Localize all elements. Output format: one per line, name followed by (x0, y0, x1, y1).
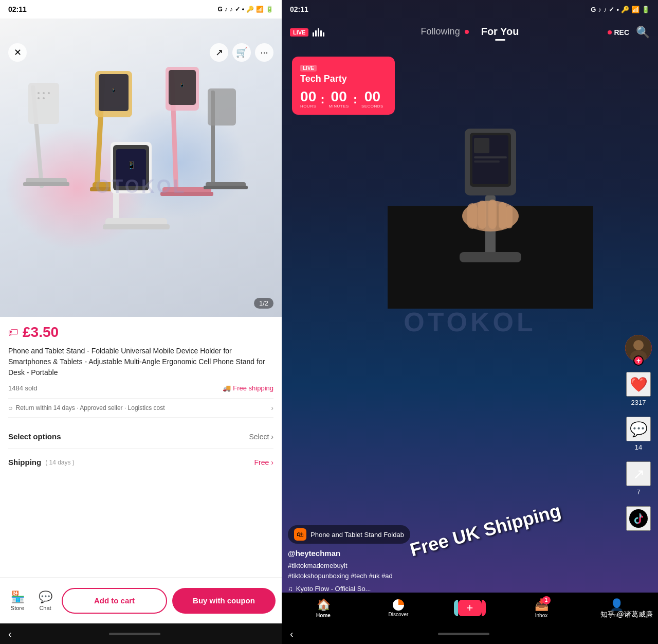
return-text: Return within 14 days · Approved seller … (15, 404, 164, 412)
check-r: ✓ (609, 6, 614, 13)
share-button[interactable]: ↗ (210, 43, 228, 62)
home-icon: 🏠 (317, 598, 331, 612)
status-bar-left: 02:11 G ♪ ♪ ✓ • 🔑 📶 🔋 (0, 0, 282, 19)
return-chevron: › (271, 404, 273, 412)
nav-discover[interactable]: Discover (383, 599, 414, 617)
shipping-icon: 🚚 (223, 384, 231, 392)
live-event-card[interactable]: LIVE Tech Party 00 HOURS : 00 MINUTES : … (292, 57, 395, 115)
svg-rect-25 (204, 186, 248, 189)
dot-icon: • (242, 6, 244, 13)
share-button-right[interactable]: ↗ (626, 461, 651, 486)
svg-rect-42 (460, 252, 521, 262)
dot-r: • (616, 6, 619, 13)
share-button-group: ↗ 7 (626, 461, 651, 496)
like-button[interactable]: ❤️ (626, 372, 651, 397)
follow-plus-button[interactable]: + (633, 355, 644, 366)
g-icon-right: G (591, 6, 596, 13)
tiktok-icon-2: ♪ (230, 6, 233, 13)
product-info: 🏷 £3.50 Phone and Tablet Stand - Foldabl… (0, 317, 282, 577)
product-header: ✕ ↗ 🛒 ··· (0, 37, 282, 68)
nav-tabs: Following For You (421, 26, 519, 40)
hashtags[interactable]: #tiktokmademebuyit #tiktokshopunboxing #… (288, 561, 617, 581)
add-content-button[interactable]: + (458, 600, 482, 616)
countdown-seconds: 00 SECONDS (361, 90, 383, 109)
right-actions: + ❤️ 2317 💬 14 ↗ 7 (625, 335, 652, 531)
shipping-free-value: Free › (254, 458, 273, 467)
product-pill[interactable]: 🛍 Phone and Tablet Stand Foldab (288, 525, 410, 544)
shipping-label-group: Shipping ( 14 days ) (8, 458, 75, 467)
discover-icon (393, 599, 404, 611)
buy-with-coupon-button[interactable]: Buy with coupon (172, 588, 276, 614)
search-button[interactable]: 🔍 (636, 26, 650, 39)
free-shipping-badge: 🚚 Free shipping (223, 384, 273, 392)
sold-count: 1484 sold (8, 384, 37, 392)
product-pill-icon: 🛍 (294, 528, 306, 541)
comment-button[interactable]: 💬 (626, 417, 651, 441)
sold-shipping-row: 1484 sold 🚚 Free shipping (8, 384, 273, 392)
svg-rect-38 (474, 138, 489, 153)
like-button-group: ❤️ 2317 (626, 372, 651, 406)
svg-point-10 (43, 97, 45, 99)
time-left: 02:11 (8, 5, 27, 13)
svg-point-50 (633, 340, 644, 350)
system-bar-right: ‹ (282, 623, 658, 644)
video-svg (388, 51, 593, 309)
add-to-cart-button[interactable]: Add to cart (62, 588, 167, 614)
cart-button[interactable]: 🛒 (232, 43, 251, 62)
like-count: 2317 (631, 399, 646, 406)
product-pill-text: Phone and Tablet Stand Foldab (310, 531, 404, 539)
svg-point-52 (629, 509, 648, 528)
rec-badge: REC (608, 28, 629, 37)
return-row[interactable]: ○ Return within 14 days · Approved selle… (8, 398, 273, 418)
shipping-chevron: › (271, 458, 273, 467)
status-icons-left: G ♪ ♪ ✓ • 🔑 📶 🔋 (217, 6, 273, 13)
select-button[interactable]: Select › (249, 433, 273, 441)
back-button-left[interactable]: ‹ (8, 628, 12, 640)
svg-point-7 (43, 92, 45, 94)
image-counter: 1/2 (254, 298, 273, 309)
back-button-right[interactable]: ‹ (290, 628, 294, 640)
svg-rect-5 (28, 83, 59, 124)
svg-rect-40 (474, 160, 500, 163)
store-button[interactable]: 🏪 Store (6, 591, 29, 611)
nav-inbox[interactable]: 📥 1 Inbox (526, 598, 557, 618)
zhihu-watermark: 知乎 @诸葛威廉 (595, 608, 658, 621)
inbox-icon-container: 📥 1 (535, 598, 549, 612)
tab-for-you[interactable]: For You (481, 26, 519, 40)
live-small-badge: LIVE (300, 65, 317, 71)
countdown-hours: 00 HOURS (300, 90, 316, 109)
watermark-left: OTOKOL (95, 176, 186, 198)
status-icons-right: G ♪ ♪ ✓ • 🔑 📶 🔋 (591, 6, 650, 13)
product-image-container: ✕ ↗ 🛒 ··· (0, 19, 282, 317)
username[interactable]: @heytechman (288, 549, 617, 558)
chat-button[interactable]: 💬 Chat (34, 591, 57, 611)
header-icons-right: ↗ 🛒 ··· (210, 43, 273, 62)
svg-text:📱: 📱 (127, 161, 136, 170)
select-options-row: Select options Select › (8, 425, 273, 449)
svg-text:📱: 📱 (111, 87, 116, 93)
watermark-right: OTOKOL (404, 307, 536, 337)
store-label: Store (11, 605, 24, 611)
following-dot (465, 30, 469, 34)
product-image-svg: 📱 📱 (0, 44, 257, 271)
svg-rect-47 (499, 202, 506, 229)
close-button[interactable]: ✕ (8, 43, 27, 62)
nav-home[interactable]: 🏠 Home (308, 598, 339, 618)
svg-text:📱: 📱 (179, 82, 185, 87)
live-badge-top: LIVE (290, 28, 308, 37)
inbox-notification-badge: 1 (542, 596, 551, 604)
rec-dot (608, 30, 612, 34)
chat-label: Chat (39, 605, 51, 611)
tiktok-logo-button[interactable] (626, 506, 651, 531)
home-indicator-left (109, 633, 160, 635)
more-button[interactable]: ··· (255, 43, 273, 62)
countdown-minutes: 00 MINUTES (328, 90, 349, 109)
return-icon: ○ (8, 404, 12, 412)
tab-following[interactable]: Following (421, 26, 469, 39)
svg-rect-4 (23, 182, 69, 186)
speed-bar-3 (318, 28, 319, 37)
video-bottom-info: 🛍 Phone and Tablet Stand Foldab @heytech… (288, 525, 617, 593)
select-chevron: › (271, 433, 273, 441)
system-bar-left: ‹ (0, 623, 282, 644)
music-note-icon: ♫ (288, 585, 293, 593)
